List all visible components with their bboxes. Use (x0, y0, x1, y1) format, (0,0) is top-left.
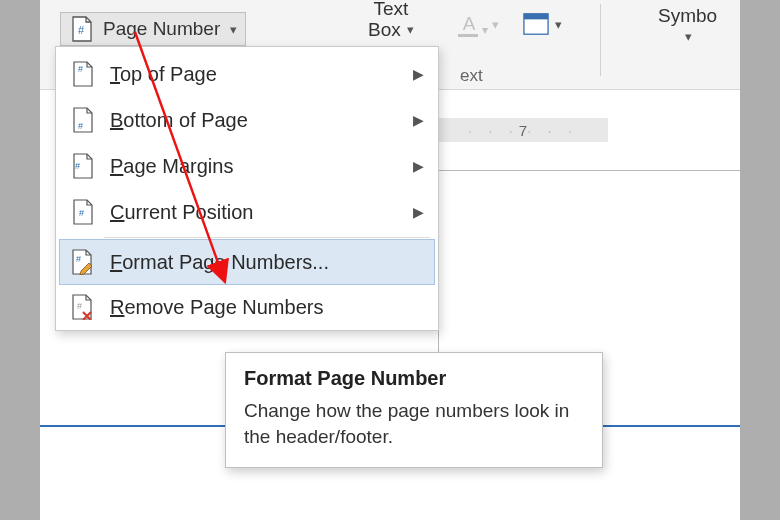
svg-text:#: # (77, 301, 82, 311)
window-icon (523, 11, 549, 37)
ruler-tick-label: 7 (519, 122, 527, 139)
menu-item-remove-page-numbers[interactable]: # Remove Page Numbers (56, 284, 438, 330)
menu-item-label: Format Page Numbers... (110, 251, 329, 274)
svg-text:#: # (76, 254, 81, 264)
menu-separator (104, 237, 430, 238)
font-color-swatch (458, 34, 478, 37)
menu-item-label: Current Position (110, 201, 253, 224)
svg-text:#: # (79, 208, 84, 218)
page-top-icon: # (70, 61, 96, 87)
submenu-arrow-icon: ▶ (413, 66, 424, 82)
chevron-down-icon: ▾ (230, 22, 237, 37)
menu-item-top-of-page[interactable]: # Top of Page ▶ (56, 51, 438, 97)
window-layout-button[interactable]: ▾ (515, 8, 570, 40)
page-bottom-icon: # (70, 107, 96, 133)
svg-text:#: # (78, 64, 83, 74)
menu-item-bottom-of-page[interactable]: # Bottom of Page ▶ (56, 97, 438, 143)
svg-rect-2 (524, 14, 548, 20)
menu-item-page-margins[interactable]: # Page Margins ▶ (56, 143, 438, 189)
font-color-button[interactable]: A ▾ ▾ (450, 10, 507, 38)
format-page-numbers-icon: # (70, 249, 96, 275)
chevron-down-icon: ▾ (492, 17, 499, 32)
page-number-menu: # Top of Page ▶ # Bottom of Page ▶ (55, 46, 439, 331)
menu-item-label: Top of Page (110, 63, 217, 86)
tooltip-title: Format Page Number (244, 367, 584, 390)
page-margins-icon: # (70, 153, 96, 179)
menu-item-label: Page Margins (110, 155, 233, 178)
submenu-arrow-icon: ▶ (413, 204, 424, 220)
text-box-label-2: Box (368, 20, 401, 41)
page-number-label: Page Number (103, 18, 220, 40)
tooltip: Format Page Number Change how the page n… (225, 352, 603, 468)
page-number-icon: # (69, 16, 95, 42)
tooltip-description: Change how the page numbers look in the … (244, 398, 584, 449)
ribbon-group-label: ext (460, 66, 483, 86)
text-box-button[interactable]: Text Box ▾ (360, 0, 422, 44)
symbol-button[interactable]: Symbo ▾ (650, 2, 725, 47)
ribbon-separator (600, 4, 601, 76)
submenu-arrow-icon: ▶ (413, 158, 424, 174)
ruler-segment: · · · 7 · · · (438, 118, 608, 142)
chevron-down-icon: ▾ (555, 17, 562, 32)
page-current-icon: # (70, 199, 96, 225)
menu-item-label: Remove Page Numbers (110, 296, 323, 319)
menu-item-label: Bottom of Page (110, 109, 248, 132)
menu-item-current-position[interactable]: # Current Position ▶ (56, 189, 438, 235)
chevron-down-icon: ▾ (407, 23, 414, 37)
page-number-button[interactable]: # Page Number ▾ (60, 12, 246, 46)
svg-text:#: # (78, 24, 85, 36)
remove-page-numbers-icon: # (70, 294, 96, 320)
app-window: # Page Number ▾ Text Box ▾ A ▾ ▾ (40, 0, 740, 520)
menu-item-format-page-numbers[interactable]: # Format Page Numbers... (59, 239, 435, 285)
text-box-label-1: Text (373, 0, 408, 20)
symbol-label: Symbo (658, 5, 717, 27)
chevron-down-icon: ▾ (685, 29, 692, 44)
svg-text:#: # (75, 161, 80, 171)
svg-text:#: # (78, 121, 83, 131)
font-color-glyph: A (463, 13, 476, 34)
chevron-down-icon: ▾ (482, 23, 488, 37)
submenu-arrow-icon: ▶ (413, 112, 424, 128)
